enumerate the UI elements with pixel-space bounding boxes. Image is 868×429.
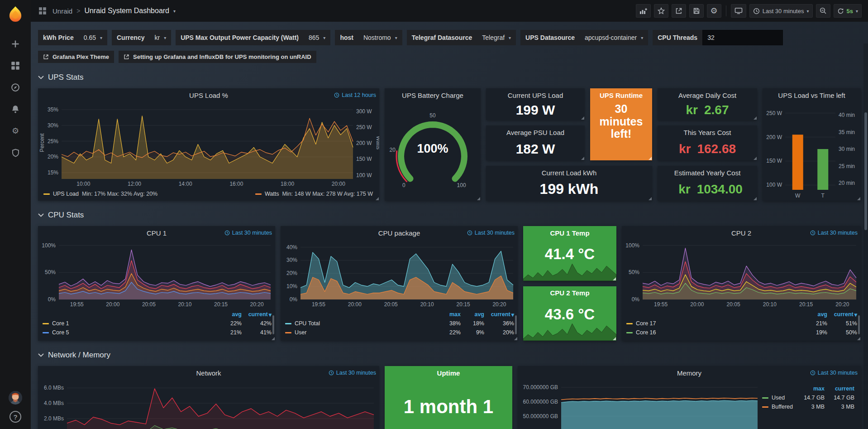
svg-text:20:15: 20:15 [457,301,470,308]
dashboards-icon[interactable] [6,57,25,74]
variable-dropdown[interactable]: 0.65▾ [79,34,107,41]
user-avatar[interactable] [9,391,22,405]
section-header-network-memory[interactable]: Network / Memory [38,351,861,360]
variable-dropdown[interactable]: Nostromo▾ [358,34,402,41]
legend-row: Core 16 19% 50% [626,328,857,337]
panel-title[interactable]: Uptime [385,366,512,380]
dashboard-content: kWh Price 0.65▾ Currency kr▾ UPS Max Out… [31,22,868,429]
legend-header-max[interactable]: max [437,311,461,318]
legend-series-watts[interactable]: Watts Min: 148 W Max: 278 W Avg: 175 W [255,191,373,197]
toolbar: ⚙ Last 30 minutes ▾ 5s ▾ [636,4,862,18]
legend-series[interactable]: Buffered [762,404,796,410]
add-panel-button[interactable] [636,4,651,18]
legend-series[interactable]: Core 16 [626,329,802,336]
legend-header-current[interactable]: current▾ [827,311,857,318]
panel-title[interactable]: Estimated Yearly Cost [658,166,757,179]
svg-text:100 W: 100 W [356,172,372,178]
star-button[interactable] [654,4,668,18]
panel-time-range[interactable]: Last 30 minutes [329,366,376,380]
variable-dropdown[interactable]: 865▾ [304,34,330,41]
legend-series[interactable]: Core 1 [43,320,216,327]
legend-row: Core 1 22% 42% [43,319,272,328]
panel-title[interactable]: Memory Last 30 minutes [518,366,861,380]
legend-series[interactable]: User [285,329,437,336]
panel-title[interactable]: UPS Load vs Time left [763,88,861,102]
legend-series[interactable]: Used [762,395,796,401]
legend-header-avg[interactable]: avg [802,311,827,318]
legend-header-current[interactable]: current [825,386,854,392]
panel-title[interactable]: UPS Runtime [590,88,652,102]
svg-text:20:05: 20:05 [384,301,398,308]
explore-compass-icon[interactable] [6,79,25,96]
panel-title[interactable]: Network Last 30 minutes [38,366,379,380]
refresh-caret-icon: ▾ [856,9,858,14]
panel-title[interactable]: Average PSU Load [486,125,585,139]
panel-title[interactable]: UPS Battery Charge [385,88,481,102]
create-plus-icon[interactable] [6,35,25,53]
legend-header-current[interactable]: current▾ [242,311,272,318]
variable-cpu-threads: CPU Threads [653,30,783,45]
panel-title[interactable]: Current UPS Load [486,88,585,102]
panel-title[interactable]: CPU 1 Last 30 minutes [38,226,275,240]
legend-scrollbar[interactable] [858,315,860,334]
save-button[interactable] [689,4,704,18]
panel-title[interactable]: UPS Load % Last 12 hours [38,88,379,102]
svg-text:20:20: 20:20 [492,301,506,308]
cycle-view-button[interactable] [731,4,746,18]
legend-series[interactable]: Core 5 [43,329,216,336]
share-icon [675,7,682,14]
zoom-out-button[interactable] [816,4,830,18]
panel-title[interactable]: CPU 1 Temp [523,226,616,240]
panel-time-range[interactable]: Last 30 minutes [467,226,515,240]
configuration-gear-icon[interactable]: ⚙ [6,122,25,140]
dashboard-link-ups-monitoring[interactable]: Setting up Grafana and InfluxDB for UPS … [119,51,316,63]
memory-legend: max current Used 14.7 GB 14.7 GB Buffere… [762,380,861,429]
share-button[interactable] [672,4,686,18]
dashboard-settings-button[interactable]: ⚙ [707,4,721,18]
alerting-bell-icon[interactable] [6,101,25,118]
page-title[interactable]: Unraid System Dashboard [84,7,169,15]
panel-title[interactable]: Average Daily Cost [658,88,757,102]
panel-title[interactable]: This Years Cost [658,125,757,139]
help-icon[interactable]: ? [10,411,21,423]
svg-text:100%: 100% [625,242,639,249]
legend-series-ups-load[interactable]: UPS Load Min: 17% Max: 32% Avg: 20% [43,191,157,197]
cpu-threads-input[interactable] [702,30,783,45]
dashboard-link-plex-theme[interactable]: Grafana Plex Theme [38,51,114,63]
legend-marker [285,332,291,333]
legend-series[interactable]: CPU Total [285,320,437,327]
title-caret-icon[interactable]: ▾ [173,9,176,14]
section-header-ups-stats[interactable]: UPS Stats [38,73,861,82]
panel-title[interactable]: CPU package Last 30 minutes [281,226,518,240]
caret-down-icon: ▾ [100,35,102,40]
legend-header-avg[interactable]: avg [461,311,484,318]
legend-scrollbar[interactable] [515,315,517,334]
legend-header-avg[interactable]: avg [216,311,242,318]
svg-text:35%: 35% [48,106,58,113]
legend-header-current[interactable]: current▾ [484,311,514,318]
apps-grid-icon[interactable] [37,5,48,16]
section-header-cpu-stats[interactable]: CPU Stats [38,211,861,220]
legend-header-max[interactable]: max [796,386,825,392]
refresh-button[interactable]: 5s ▾ [834,4,862,18]
panel-title[interactable]: CPU 2 Last 30 minutes [622,226,861,240]
variable-dropdown[interactable]: Telegraf▾ [477,34,516,41]
time-picker-button[interactable]: Last 30 minutes ▾ [749,4,813,18]
ups-load-chart: 15%20%25%30%35%100 W150 W200 W250 W300 W… [38,102,379,189]
stat-value: kr162.68 [658,139,757,160]
variable-dropdown[interactable]: apcupsd-container▾ [580,34,648,41]
legend-scrollbar[interactable] [272,315,274,334]
panel-title[interactable]: Current Load kWh [486,166,652,179]
scrollbar-thumb[interactable] [864,112,867,230]
panel-time-range[interactable]: Last 30 minutes [810,366,858,380]
breadcrumb-app[interactable]: Unraid [52,7,72,15]
panel-time-range[interactable]: Last 30 minutes [224,226,272,240]
legend-series[interactable]: Core 17 [626,320,802,327]
grafana-logo-icon[interactable] [6,5,25,24]
server-admin-shield-icon[interactable] [6,144,25,161]
panel-time-range[interactable]: Last 30 minutes [810,226,858,240]
panel-time-range[interactable]: Last 12 hours [334,88,376,102]
stat-value: 30 minutes left! [590,102,652,160]
variable-dropdown[interactable]: kr▾ [149,34,171,41]
panel-title[interactable]: CPU 2 Temp [523,286,616,300]
